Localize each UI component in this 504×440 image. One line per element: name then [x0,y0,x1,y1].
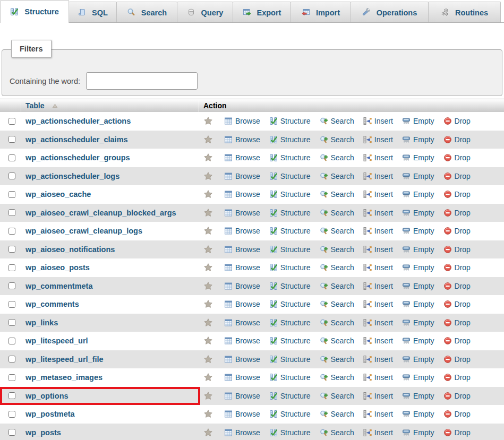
tab-query[interactable]: Query [177,2,233,23]
favorite-star-icon[interactable] [203,355,213,364]
table-name-link[interactable]: wp_litespeed_url [25,337,88,345]
action-search-link[interactable]: Search [320,392,354,400]
action-structure-link[interactable]: Structure [269,135,311,144]
action-search-link[interactable]: Search [320,337,354,345]
table-name-link[interactable]: wp_links [25,318,58,327]
table-name-link[interactable]: wp_aioseo_posts [25,263,90,272]
action-search-link[interactable]: Search [320,373,354,382]
action-drop-link[interactable]: Drop [443,263,471,272]
action-insert-link[interactable]: Insert [363,428,393,437]
action-structure-link[interactable]: Structure [269,263,311,272]
row-checkbox[interactable] [8,338,15,344]
table-name-link[interactable]: wp_actionscheduler_claims [25,135,128,144]
action-search-link[interactable]: Search [320,410,354,418]
table-name-link[interactable]: wp_actionscheduler_actions [25,117,131,125]
action-structure-link[interactable]: Structure [269,153,311,162]
tab-search[interactable]: Search [116,2,177,23]
action-insert-link[interactable]: Insert [363,172,393,180]
favorite-star-icon[interactable] [203,263,213,272]
action-search-link[interactable]: Search [320,282,354,290]
action-drop-link[interactable]: Drop [443,373,471,382]
sort-by-table-link[interactable]: Table [25,101,45,110]
action-browse-link[interactable]: Browse [224,410,260,418]
row-checkbox[interactable] [8,191,15,198]
action-drop-link[interactable]: Drop [443,428,471,437]
row-checkbox[interactable] [8,301,15,308]
action-empty-link[interactable]: Empty [402,318,434,327]
action-structure-link[interactable]: Structure [269,410,311,418]
action-empty-link[interactable]: Empty [402,172,434,180]
action-drop-link[interactable]: Drop [443,209,471,217]
table-name-link[interactable]: wp_metaseo_images [25,373,102,382]
action-empty-link[interactable]: Empty [402,245,434,254]
action-search-link[interactable]: Search [320,153,354,162]
action-structure-link[interactable]: Structure [269,245,311,254]
favorite-star-icon[interactable] [203,318,213,327]
table-name-link[interactable]: wp_postmeta [25,410,75,418]
action-browse-link[interactable]: Browse [224,190,260,199]
action-insert-link[interactable]: Insert [363,135,393,144]
table-name-link[interactable]: wp_options [25,392,69,400]
sort-asc-icon[interactable] [52,103,58,108]
table-name-link[interactable]: wp_posts [25,428,61,437]
action-structure-link[interactable]: Structure [269,373,311,382]
tab-routines[interactable]: Routines [428,2,501,23]
favorite-star-icon[interactable] [203,226,213,236]
action-empty-link[interactable]: Empty [402,117,434,125]
favorite-star-icon[interactable] [203,373,213,382]
favorite-star-icon[interactable] [203,245,213,254]
favorite-star-icon[interactable] [203,281,213,291]
action-structure-link[interactable]: Structure [269,428,311,437]
action-drop-link[interactable]: Drop [443,355,471,364]
table-name-link[interactable]: wp_actionscheduler_groups [25,153,130,162]
action-empty-link[interactable]: Empty [402,428,434,437]
action-drop-link[interactable]: Drop [443,227,471,235]
row-checkbox[interactable] [8,411,15,418]
action-browse-link[interactable]: Browse [224,263,260,272]
action-structure-link[interactable]: Structure [269,282,311,290]
action-structure-link[interactable]: Structure [269,392,311,400]
action-drop-link[interactable]: Drop [443,135,471,144]
action-browse-link[interactable]: Browse [224,245,260,254]
action-browse-link[interactable]: Browse [224,428,260,437]
filter-word-input[interactable] [86,72,198,90]
favorite-star-icon[interactable] [203,299,213,309]
row-checkbox[interactable] [8,429,15,436]
action-insert-link[interactable]: Insert [363,410,393,418]
favorite-star-icon[interactable] [203,116,213,126]
table-name-link[interactable]: wp_actionscheduler_logs [25,172,119,180]
favorite-star-icon[interactable] [203,171,213,181]
action-search-link[interactable]: Search [320,318,354,327]
action-browse-link[interactable]: Browse [224,172,260,180]
action-empty-link[interactable]: Empty [402,282,434,290]
action-search-link[interactable]: Search [320,117,354,125]
favorite-star-icon[interactable] [203,153,213,162]
row-checkbox[interactable] [8,246,15,253]
action-drop-link[interactable]: Drop [443,172,471,180]
action-empty-link[interactable]: Empty [402,153,434,162]
action-structure-link[interactable]: Structure [269,318,311,327]
action-structure-link[interactable]: Structure [269,355,311,364]
tab-operations[interactable]: Operations [351,2,429,23]
action-empty-link[interactable]: Empty [402,263,434,272]
action-browse-link[interactable]: Browse [224,337,260,345]
action-browse-link[interactable]: Browse [224,117,260,125]
action-empty-link[interactable]: Empty [402,373,434,382]
action-insert-link[interactable]: Insert [363,373,393,382]
action-insert-link[interactable]: Insert [363,190,393,199]
action-search-link[interactable]: Search [320,355,354,364]
tab-sql[interactable]: SQL [69,2,117,23]
favorite-star-icon[interactable] [203,189,213,199]
action-browse-link[interactable]: Browse [224,318,260,327]
action-drop-link[interactable]: Drop [443,117,471,125]
action-empty-link[interactable]: Empty [402,392,434,400]
action-insert-link[interactable]: Insert [363,337,393,345]
action-insert-link[interactable]: Insert [363,318,393,327]
row-checkbox[interactable] [8,228,15,235]
action-insert-link[interactable]: Insert [363,209,393,217]
action-search-link[interactable]: Search [320,227,354,235]
row-checkbox[interactable] [8,172,15,179]
action-search-link[interactable]: Search [320,172,354,180]
row-checkbox[interactable] [8,392,15,399]
action-browse-link[interactable]: Browse [224,227,260,235]
